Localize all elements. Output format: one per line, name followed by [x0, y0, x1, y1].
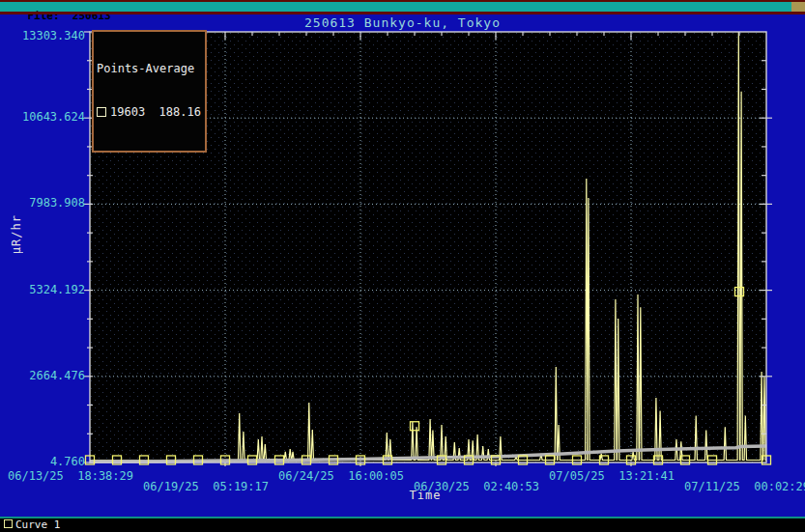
legend-box: Points-Average 19603 188.16	[92, 30, 207, 153]
y-tick-label: 7983.908	[0, 197, 85, 210]
x-tick-label: 06/19/25 05:19:17	[143, 481, 269, 492]
x-axis-title: Time	[410, 489, 442, 502]
curve-list-bar[interactable]: Curve 1	[0, 517, 805, 532]
curve-marker-icon	[4, 519, 13, 528]
titlebar-divider	[0, 12, 805, 14]
y-tick-label: 13303.340	[0, 30, 85, 42]
legend-values: 19603 188.16	[110, 105, 201, 119]
x-tick-label: 06/13/25 18:38:29	[8, 470, 133, 482]
legend-entry: 19603 188.16	[97, 105, 201, 120]
titlebar-corner-block	[791, 2, 805, 12]
curve-label: Curve 1	[15, 518, 60, 531]
y-axis-title: µR/hr	[10, 214, 23, 254]
y-tick-label: 2664.476	[0, 370, 85, 382]
app-window: File: 250613 250613 Bunkyo-ku, Tokyo Poi…	[0, 0, 805, 532]
legend-marker-icon	[97, 107, 106, 117]
x-tick-label: 06/24/25 16:00:05	[278, 470, 404, 482]
x-tick-label: 07/05/25 13:21:41	[549, 470, 675, 482]
chart-title: 250613 Bunkyo-ku, Tokyo	[0, 15, 805, 30]
y-tick-label: 5324.192	[0, 284, 85, 296]
y-tick-label: 10643.624	[0, 111, 85, 124]
file-title-bar: File: 250613	[0, 2, 805, 12]
legend-title: Points-Average	[97, 62, 201, 76]
y-tick-label: 4.760	[0, 456, 85, 468]
x-tick-label: 07/11/25 00:02:29	[684, 481, 805, 492]
